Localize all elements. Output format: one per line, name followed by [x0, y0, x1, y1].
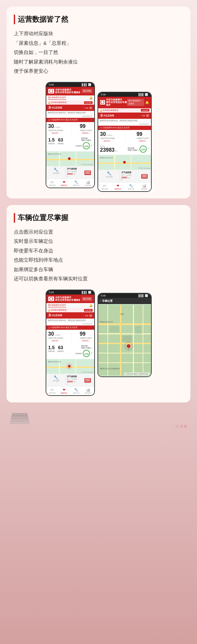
service3-btn[interactable]: 1: [89, 314, 92, 317]
nav2-text-fuel: 油耗报告: [141, 188, 147, 190]
stat1-link-2[interactable]: 油耗分析 ›: [100, 140, 115, 142]
online2-status: ●: [140, 115, 141, 116]
nav3-item-health[interactable]: ❤ 健康状态: [61, 388, 67, 394]
phone1-logo: 当前为体验模式班车后享受您的专属服务: [48, 89, 80, 94]
phone2-driving-tip: 行驶故障码 8523 建议当天处理: [98, 126, 151, 130]
urea-stats: 1.5 尿素消耗 63 尿素液位: [48, 137, 64, 144]
stat1-value: 30: [48, 124, 54, 129]
stat2-item-2: 99 行驶积分不足5天 油耗排名 ›: [137, 132, 149, 142]
stat-divider-2: [125, 132, 126, 142]
alert2-icon: 🔔: [100, 109, 102, 112]
phone2-vehicle-id: 京·A12345: [100, 114, 114, 118]
online3-status: ●: [83, 315, 84, 317]
red-accent-line-2: [14, 213, 15, 223]
stat2-link-3[interactable]: 油耗排名 ›: [80, 340, 92, 342]
nav-item-health[interactable]: ❤ 健康状态: [61, 180, 67, 186]
nav-icon-upgrade: 🏷: [51, 180, 54, 184]
svg-rect-49: [135, 326, 142, 334]
nav3-item-fuel[interactable]: 📊 油耗报告: [85, 388, 91, 394]
nav-item-upgrade[interactable]: 🏷 标签升级: [49, 180, 55, 186]
stat2-link-2[interactable]: 油耗排名 ›: [137, 140, 149, 142]
phone1-status-bar: 5:06 ▌▌▌ ⬜: [46, 83, 94, 87]
map-copy-2: © 2022 AutoNavi: [138, 167, 150, 169]
fault-item-3: 🔧 暂无故障: [48, 375, 64, 385]
deco-bottom: 试 课 题: [7, 406, 190, 432]
phone2-exit-btn[interactable]: 退出体验模式/去购车: [127, 99, 144, 106]
tip3-text: 行驶故障码 8523 建议当天处理: [51, 326, 78, 329]
nav-item-maintenance[interactable]: 🔧 保养计划: [73, 180, 79, 186]
nav-icon-maintenance: 🔧: [74, 180, 78, 184]
stat1-label-2: 行驶平均百公里油耗: [100, 137, 115, 139]
stat1-value-2: 30: [100, 132, 106, 137]
stat1-unit: L/100km: [54, 126, 60, 128]
phone1-driving-tip: 行驶故障码 8523 建议当天处理: [46, 118, 94, 122]
air-filter-title: 空气滤清器: [67, 167, 83, 170]
degree-icon: °: [91, 144, 92, 147]
phone1-exit-btn[interactable]: 退出体验: [82, 89, 92, 93]
nav3-text-health: 健康状态: [61, 392, 67, 394]
alert3-icon: 🔔: [48, 309, 50, 311]
cummins-logo-3: [48, 296, 54, 301]
service2-btn[interactable]: 1: [146, 114, 149, 117]
tab-exit[interactable]: 退出体验模式/去购车: [48, 96, 66, 100]
nav2-icon-maintenance: 🔧: [129, 184, 133, 188]
stat1-link[interactable]: 油耗分析 ›: [48, 132, 63, 134]
phone3-exit-btn[interactable]: 退出体验: [82, 297, 92, 301]
svg-point-30: [68, 365, 71, 368]
svg-rect-47: [109, 326, 119, 332]
health-row: 车辆健康 100 °: [75, 142, 92, 150]
phone1-alert-text: 您有新的健康推送: [51, 101, 67, 104]
svg-text:北京: 北京: [120, 313, 124, 315]
nav2-item-fuel[interactable]: 📊 油耗报告: [141, 184, 147, 190]
stat2-link[interactable]: 油耗排名 ›: [80, 132, 92, 134]
stat1-item-2: 30 L/100km 行驶平均百公里油耗 油耗分析 ›: [100, 132, 115, 142]
urea-c-value: 1.5: [48, 137, 55, 142]
svg-text:通州区运河东大街国际机场: 通州区运河东大街国际机场: [99, 367, 119, 369]
air-filter-count-2: 0: [121, 179, 140, 181]
location-map-phone: 5:06 ▌▌▌ ⬜ ‹ 车辆位置: [98, 293, 152, 377]
phone3-map: 通州区运河东大街 © 2022 AutoNavi: [46, 359, 94, 374]
urea3-c-label: 尿素消耗: [48, 350, 55, 352]
nav2-item-health[interactable]: ❤ 健康状态: [115, 184, 121, 190]
back-arrow-icon[interactable]: ‹: [100, 299, 101, 302]
nav-icon-health: ❤: [63, 180, 65, 184]
phone2-bell: 🔔: [145, 101, 149, 104]
nav3-item-upgrade[interactable]: 🏷 标签升级: [49, 388, 55, 394]
svg-point-54: [126, 344, 130, 348]
stat1-link-3[interactable]: 油耗分析 ›: [48, 340, 63, 342]
stat1-value-row-2: 30 L/100km: [100, 132, 115, 137]
health-circle-3: 100: [82, 349, 90, 357]
stat2-label-2: 行驶积分不足5天: [137, 137, 149, 139]
svg-text:通州区运河东大街: 通州区运河东大街: [48, 361, 61, 363]
urea-level: 63 尿素液位: [57, 137, 64, 144]
urea3-level: 63 尿素液位: [57, 345, 64, 352]
phone3-sub-info: 数据环境当前功能和动态，帮助您提升驾驶真实感受: [46, 319, 94, 322]
nav-item-fuel[interactable]: 📊 油耗报告: [85, 180, 91, 186]
phone1-urea-section: 1.5 尿素消耗 63 尿素液位 获取完整驾驶行为建议 › 车辆健康: [46, 136, 94, 151]
phone1-time: 5:06: [49, 83, 54, 86]
phone2-status-bar: 5:06 ▌▌▌ ⬜: [98, 92, 151, 97]
degree-icon-2: °: [148, 147, 149, 150]
phone2-mileage-section: 总里程 23983 km 获取完整驾驶行为建议 ›: [98, 143, 151, 155]
tab3-exit[interactable]: 退出体验模式/去购车: [48, 304, 66, 307]
phone2-stats-row: 30 L/100km 行驶平均百公里油耗 油耗分析 › 99 行驶积分不足5天: [98, 130, 151, 143]
health3-area: 获取完整驾驶行为建议 › 车辆健康 100 °: [66, 345, 92, 357]
nav2-item-upgrade[interactable]: 🏷 标签升级: [101, 184, 108, 190]
bell3-icon: 🔔: [89, 304, 93, 307]
nav2-item-maintenance[interactable]: 🔧 保养计划: [128, 184, 134, 190]
stat2-label: 行驶积分不足5天: [80, 129, 92, 131]
nav2-icon-upgrade: 🏷: [103, 184, 106, 188]
air-filter-section: 空气滤清器 距下一次保养 2800 km 0: [67, 167, 83, 177]
mileage-value-row: 23983 km: [100, 147, 118, 153]
service-btn[interactable]: 1: [89, 107, 92, 109]
nav2-text-maintenance: 保养计划: [128, 188, 134, 190]
svg-text:100: 100: [84, 352, 89, 355]
stat2-value-2: 99: [137, 132, 142, 137]
fault-label-2: 暂无故障: [100, 176, 119, 178]
nav3-item-maintenance[interactable]: 🔧 保养计划: [73, 388, 79, 394]
air-filter-count-3: 0: [67, 383, 83, 385]
location-map-large: 📍 通州区运河东大街 北京 通州区运河东大街国际机场 © 2022 AutoNa…: [98, 304, 151, 376]
stat2-label-3: 行驶积分不足5天: [80, 337, 92, 339]
urea-consumption: 1.5 尿素消耗: [48, 137, 55, 144]
nav2-icon-fuel: 📊: [142, 184, 146, 188]
